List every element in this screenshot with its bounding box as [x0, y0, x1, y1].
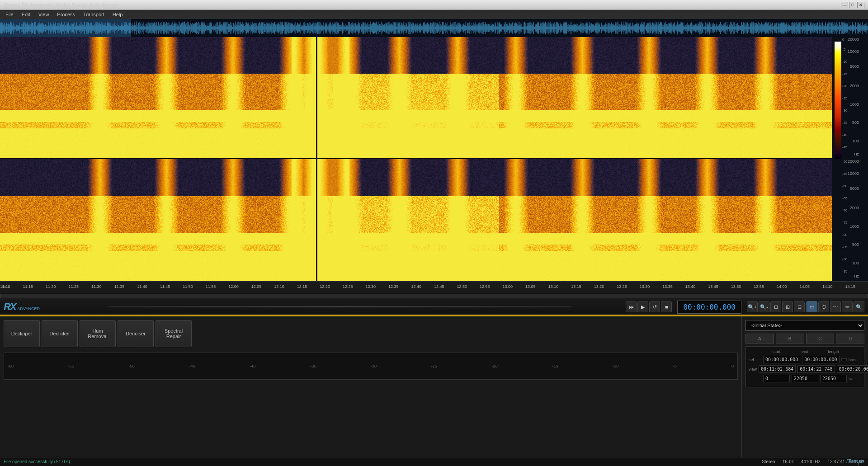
- undo-buttons: A B C D: [745, 334, 864, 344]
- freq-label-b-500: 500: [852, 242, 859, 247]
- time-ruler: hms 11:1011:1511:2011:2511:3011:3511:401…: [0, 281, 868, 293]
- view-length-value: 00:03:20.064: [837, 365, 868, 373]
- status-bar: File opened successfully (S1.0 s) Stereo…: [0, 457, 868, 466]
- scroll-thumb[interactable]: [0, 294, 868, 298]
- db-label-40: -40: [842, 133, 848, 137]
- meter-label-neg40: -40: [250, 364, 255, 368]
- db-gradient: [835, 42, 841, 159]
- view-end-value: 00:14:22.748: [797, 365, 835, 373]
- menu-file[interactable]: File: [2, 11, 17, 18]
- play-loop-button[interactable]: ↺: [649, 301, 660, 312]
- spectrogram-top-channel[interactable]: [0, 37, 832, 159]
- waveform-overview[interactable]: [0, 19, 868, 37]
- zoom-tool-button[interactable]: 🔍: [854, 301, 864, 312]
- status-sample-rate: 44100 Hz: [801, 459, 821, 464]
- time-tick-12:50: 12:50: [457, 284, 467, 289]
- sel-length-value: [841, 358, 847, 361]
- minimize-button[interactable]: —: [841, 2, 848, 8]
- sel-row-header: start end length: [749, 349, 861, 354]
- time-tick-14:15: 14:15: [845, 284, 855, 289]
- menu-view[interactable]: View: [35, 11, 53, 18]
- time-tick-11:15: 11:15: [23, 284, 33, 289]
- db-label-b-75: -75: [842, 221, 848, 225]
- status-right: Stereo 16-bit 44100 Hz 13:47:41 | 61.5 H…: [762, 459, 864, 464]
- time-tick-13:40: 13:40: [685, 284, 696, 289]
- play-button[interactable]: ▶: [637, 301, 648, 312]
- db-label-b-65: -65: [842, 196, 848, 200]
- freq-end-value: 22050: [792, 375, 818, 382]
- undo-d-button[interactable]: D: [836, 334, 864, 344]
- zoom-out-button[interactable]: 🔍-: [759, 301, 769, 312]
- menu-edit[interactable]: Edit: [18, 11, 34, 18]
- freq-label-20000: 20000: [848, 37, 859, 42]
- menu-help[interactable]: Help: [109, 11, 127, 18]
- denoiser-button[interactable]: Denoiser: [118, 320, 154, 347]
- time-tick-14:00: 14:00: [777, 284, 787, 289]
- stop-button[interactable]: ■: [661, 301, 672, 312]
- db-label-20: -20: [842, 84, 848, 88]
- time-tick-11:40: 11:40: [137, 284, 147, 289]
- hum-removal-button[interactable]: HumRemoval: [80, 320, 116, 347]
- right-controls: ⏮ ▶ ↺ ■ 00:00:00.000 🔍+ 🔍- ⊡ ⊞ ⊟ ▭ ⏱ 〰 ✏…: [626, 301, 868, 314]
- modules-panel: Declipper Declicker HumRemoval Denoiser …: [0, 316, 741, 461]
- db-label-b-60: -60: [842, 184, 848, 188]
- sel-header-end: end: [792, 349, 818, 354]
- sel-label-view: view: [749, 367, 757, 372]
- db-label-10: -10: [842, 60, 848, 64]
- db-label-b-80: -80: [842, 233, 848, 237]
- db-label-b-50: -50: [842, 160, 848, 164]
- sel-end-value: 00:00:00.000: [802, 356, 839, 363]
- status-bit-depth: 16-bit: [783, 459, 794, 464]
- time-tick-13:20: 13:20: [594, 284, 604, 289]
- spectral-repair-button[interactable]: SpectralRepair: [156, 320, 192, 347]
- declicker-button[interactable]: Declicker: [42, 320, 78, 347]
- logo-rx-text: RX: [4, 301, 16, 313]
- zoom-fit-button[interactable]: ⊡: [770, 301, 781, 312]
- time-tick-14:05: 14:05: [799, 284, 810, 289]
- zoom-sel-button[interactable]: ⊞: [782, 301, 793, 312]
- close-button[interactable]: ✕: [857, 2, 864, 8]
- playback-controls: ⏮ ▶ ↺ ■: [626, 301, 672, 312]
- zoom-all-button[interactable]: ⊟: [794, 301, 805, 312]
- maximize-button[interactable]: □: [849, 2, 856, 8]
- meter-label-neg20: -20: [492, 364, 498, 368]
- declipper-button[interactable]: Declipper: [4, 320, 40, 347]
- spec-separator-top: [316, 37, 317, 158]
- freq-label-b-1000: 1000: [850, 224, 859, 229]
- db-label-45: -45: [842, 145, 848, 149]
- freq-label-b-hz: Hz: [854, 274, 859, 278]
- sel-header-start: start: [763, 349, 790, 354]
- spectrogram-main[interactable]: [0, 37, 832, 281]
- undo-a-button[interactable]: A: [745, 334, 774, 344]
- freq-label-b-2000: 2000: [850, 206, 859, 210]
- freq-tool-button[interactable]: 〰: [830, 301, 841, 312]
- brush-tool-button[interactable]: ✏: [842, 301, 853, 312]
- freq-label-b-100: 100: [852, 261, 859, 265]
- undo-c-button[interactable]: C: [806, 334, 835, 344]
- select-tool-button[interactable]: ▭: [807, 301, 817, 312]
- orange-accent-line: [0, 315, 868, 315]
- time-tick-11:55: 11:55: [206, 284, 216, 289]
- sel-row-sel: sel 00:00:00.000 00:00:00.000 hms: [749, 356, 861, 363]
- menu-transport[interactable]: Transport: [80, 11, 108, 18]
- logo-advanced-text: ADVANCED: [18, 306, 40, 311]
- zoom-in-button[interactable]: 🔍+: [747, 301, 758, 312]
- state-dropdown[interactable]: <Initial State>: [745, 320, 864, 331]
- sel-hms-label: hms: [849, 358, 861, 362]
- freq-label-1000: 1000: [850, 102, 859, 107]
- scrollbar-area[interactable]: [0, 293, 868, 298]
- spectrogram-canvas-bottom: [0, 159, 832, 281]
- title-text: iZotope RX Advanced - Miklos Rozsa - Ben…: [4, 2, 118, 8]
- time-tick-11:30: 11:30: [91, 284, 102, 289]
- time-tick-11:45: 11:45: [160, 284, 170, 289]
- meter-labels: -60 -55 -50 -45 -40 -35 -30 -25 -20 -15 …: [8, 364, 734, 368]
- go-to-start-button[interactable]: ⏮: [626, 301, 637, 312]
- sel-header-length: length: [820, 349, 847, 354]
- spectrogram-bottom-channel[interactable]: [0, 159, 832, 281]
- undo-b-button[interactable]: B: [776, 334, 804, 344]
- spectrogram-container: 20000 10000 5000 2000 1000 500 100 Hz 0 …: [0, 37, 868, 281]
- freq-label-100: 100: [852, 139, 859, 143]
- time-tool-button[interactable]: ⏱: [818, 301, 829, 312]
- db-label-15: -15: [842, 72, 848, 76]
- menu-process[interactable]: Process: [53, 11, 79, 18]
